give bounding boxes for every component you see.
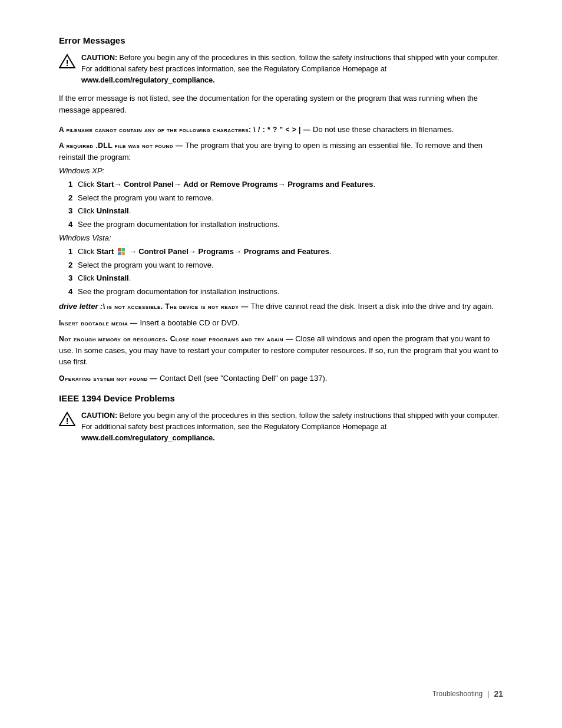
- step-text-vista-2: Select the program you want to remove.: [78, 259, 503, 271]
- step-xp-3: 3 Click Uninstall.: [68, 205, 503, 217]
- dll-error-label: A required .DLL file was not found — The…: [59, 140, 503, 163]
- bootable-media-block: Insert bootable media — Insert a bootabl…: [59, 317, 503, 329]
- bootable-media-label: Insert bootable media — Insert a bootabl…: [59, 317, 503, 329]
- step-vista-4: 4 See the program documentation for inst…: [68, 286, 503, 298]
- step-number-vista-1: 1: [68, 246, 78, 258]
- drive-error-block: drive letter :\ is not accessible. The d…: [59, 301, 503, 312]
- page-content: Error Messages ! CAUTION: Before you beg…: [0, 0, 562, 728]
- caution-text-2: CAUTION: Before you begin any of the pro…: [81, 410, 503, 443]
- caution-box-2: ! CAUTION: Before you begin any of the p…: [59, 410, 503, 443]
- caution-text-1: CAUTION: Before you begin any of the pro…: [81, 52, 503, 85]
- step-text-xp-2: Select the program you want to remove.: [78, 192, 503, 204]
- dll-error-block: A required .DLL file was not found — The…: [59, 140, 503, 297]
- os-not-found-label: Operating system not found — Contact Del…: [59, 373, 503, 384]
- step-number-xp-1: 1: [68, 179, 78, 190]
- windows-xp-label: Windows XP:: [59, 166, 503, 175]
- step-number-vista-4: 4: [68, 286, 78, 298]
- step-text-xp-3: Click Uninstall.: [78, 205, 503, 217]
- step-vista-3: 3 Click Uninstall.: [68, 272, 503, 284]
- step-vista-2: 2 Select the program you want to remove.: [68, 259, 503, 271]
- memory-error-label: Not enough memory or resources. Close so…: [59, 333, 503, 368]
- caution-icon-1: !: [59, 53, 75, 70]
- step-vista-1: 1 Click Start → Control Panel→ Programs→…: [68, 246, 503, 258]
- svg-rect-3: [122, 248, 125, 252]
- svg-rect-4: [118, 252, 121, 255]
- svg-text:!: !: [66, 416, 69, 426]
- footer-section-label: Troubleshooting: [432, 690, 483, 698]
- caution-box-1: ! CAUTION: Before you begin any of the p…: [59, 52, 503, 85]
- step-number-xp-2: 2: [68, 192, 78, 204]
- page-footer: Troubleshooting | 21: [0, 689, 562, 699]
- step-number-xp-3: 3: [68, 205, 78, 217]
- windows-logo-icon: [117, 248, 125, 256]
- step-number-vista-2: 2: [68, 259, 78, 271]
- step-xp-2: 2 Select the program you want to remove.: [68, 192, 503, 204]
- footer-page-number: 21: [494, 689, 503, 699]
- drive-error-label: drive letter :\ is not accessible. The d…: [59, 301, 503, 312]
- step-text-vista-1: Click Start → Control Panel→ Programs→ P…: [78, 246, 503, 258]
- step-xp-1: 1 Click Start→ Control Panel→ Add or Rem…: [68, 179, 503, 190]
- filename-error-label: A filename cannot contain any of the fol…: [59, 124, 503, 136]
- caution-icon-2: !: [59, 411, 75, 427]
- step-xp-4: 4 See the program documentation for inst…: [68, 219, 503, 230]
- svg-text:!: !: [66, 58, 69, 68]
- windows-vista-steps: 1 Click Start → Control Panel→ Programs→…: [68, 246, 503, 297]
- step-text-vista-3: Click Uninstall.: [78, 272, 503, 284]
- filename-error-block: A filename cannot contain any of the fol…: [59, 124, 503, 136]
- ieee-1394-heading: IEEE 1394 Device Problems: [59, 393, 503, 403]
- windows-xp-steps: 1 Click Start→ Control Panel→ Add or Rem…: [68, 179, 503, 230]
- step-text-xp-4: See the program documentation for instal…: [78, 219, 503, 230]
- svg-rect-5: [122, 252, 125, 255]
- footer-divider: |: [487, 690, 489, 698]
- svg-rect-2: [118, 248, 121, 252]
- memory-error-block: Not enough memory or resources. Close so…: [59, 333, 503, 368]
- step-text-xp-1: Click Start→ Control Panel→ Add or Remov…: [78, 179, 503, 190]
- error-messages-heading: Error Messages: [59, 35, 503, 45]
- step-number-vista-3: 3: [68, 272, 78, 284]
- windows-vista-label: Windows Vista:: [59, 233, 503, 242]
- intro-text: If the error message is not listed, see …: [59, 93, 503, 116]
- os-not-found-block: Operating system not found — Contact Del…: [59, 373, 503, 384]
- step-number-xp-4: 4: [68, 219, 78, 230]
- step-text-vista-4: See the program documentation for instal…: [78, 286, 503, 298]
